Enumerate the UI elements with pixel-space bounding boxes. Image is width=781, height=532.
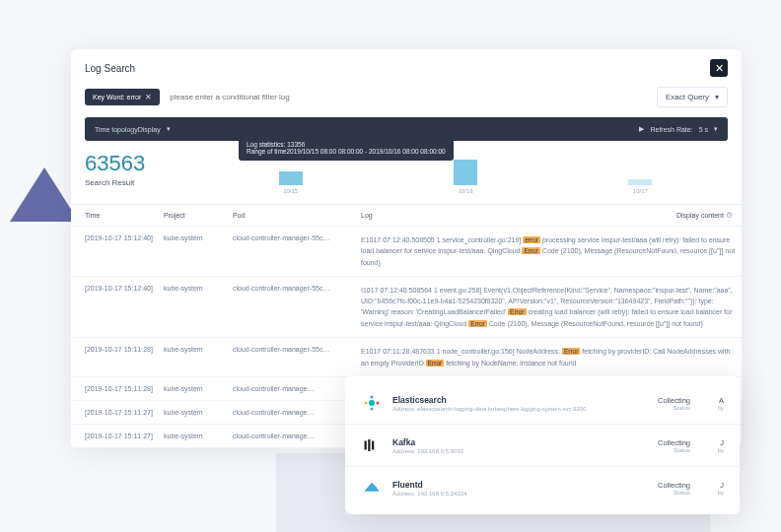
chevron-down-icon[interactable]: ▾	[714, 125, 718, 133]
bar-chart: 10/15 10/16 10/17	[203, 151, 728, 194]
service-status-label: Status	[658, 447, 690, 453]
cell-pod: cloud-controller-manage…	[229, 400, 357, 424]
bar-col[interactable]: 10/15	[271, 171, 311, 194]
cell-project: kube-system	[160, 276, 229, 337]
cell-time: [2019-10-17 15:11:27]	[71, 424, 160, 447]
decor-triangle	[10, 167, 79, 222]
gear-icon[interactable]: ⚙	[726, 211, 733, 220]
service-status-label: Status	[658, 490, 690, 496]
col-display[interactable]: Display content ⚙	[673, 205, 742, 227]
exact-query-dropdown[interactable]: Exact Query ▾	[657, 87, 728, 107]
service-row[interactable]: KafkaAddress: 192.168.0.5:9092Collecting…	[345, 425, 740, 467]
cell-time: [2019-10-17 15:11:28]	[71, 338, 160, 377]
service-meta-label: by	[704, 447, 724, 453]
titlebar: Log Search ✕	[71, 49, 742, 83]
service-name: Kafka	[392, 437, 658, 447]
service-name: Elasticsearch	[392, 395, 658, 405]
service-status-label: Status	[658, 405, 690, 411]
svg-rect-6	[368, 439, 370, 451]
service-address: Address: 192.168.0.5:9092	[392, 448, 658, 454]
close-button[interactable]: ✕	[710, 59, 728, 77]
time-topology-label: Time topologyDisplay	[95, 126, 161, 133]
services-card: ElasticsearchAddress: elasticsearch-logg…	[345, 376, 740, 514]
service-icon	[361, 392, 383, 414]
service-row[interactable]: FluentdAddress: 192.168.0.5:24224Collect…	[345, 467, 740, 508]
col-pod[interactable]: Pod	[229, 205, 357, 227]
cell-project: kube-system	[160, 338, 229, 377]
close-icon: ✕	[715, 62, 724, 75]
bar	[628, 179, 652, 185]
table-row[interactable]: [2019-10-17 15:12:40]kube-systemcloud-co…	[71, 227, 742, 277]
error-badge: Error	[562, 348, 580, 355]
service-meta: A	[704, 396, 724, 405]
window-title: Log Search	[85, 63, 135, 74]
cell-pod: cloud-controller-manager-55c…	[229, 227, 357, 277]
col-time[interactable]: Time	[71, 205, 160, 227]
time-toolbar: Time topologyDisplay ▾ ▶ Refresh Rate: 5…	[85, 117, 728, 141]
cell-pod: cloud-controller-manage…	[229, 424, 357, 447]
refresh-rate-label: Refresh Rate:	[650, 126, 692, 133]
bar	[279, 171, 303, 185]
cell-time: [2019-10-17 15:12:40]	[71, 227, 160, 277]
error-badge: Error	[522, 247, 539, 254]
svg-point-2	[377, 402, 380, 405]
service-meta-label: by	[704, 490, 724, 496]
service-address: Address: elasticsearch-logging-data.kube…	[392, 406, 658, 412]
search-result-label: Search Result	[85, 178, 203, 187]
tooltip-line1: Log statistics: 13356	[247, 141, 446, 148]
cell-pod: cloud-controller-manager-55c…	[229, 338, 357, 377]
service-meta: J	[704, 481, 724, 490]
col-log[interactable]: Log	[357, 205, 673, 227]
svg-point-4	[371, 408, 374, 411]
service-row[interactable]: ElasticsearchAddress: elasticsearch-logg…	[345, 382, 740, 425]
cell-log: E1017 07:12:40.508505 1 service_controll…	[357, 227, 742, 277]
filter-chip-keyword[interactable]: Key Word: error ✕	[85, 89, 160, 105]
col-project[interactable]: Project	[160, 205, 229, 227]
col-display-label: Display content	[676, 212, 724, 219]
cell-log: I1017 07:12:40.508564 1 event.go:258] Ev…	[357, 276, 742, 337]
service-icon	[361, 434, 383, 456]
error-badge: Error	[468, 320, 486, 327]
svg-point-3	[371, 396, 374, 399]
svg-point-0	[369, 400, 375, 406]
error-badge: Error	[426, 360, 444, 366]
filter-chip-label: Key Word: error	[93, 94, 141, 100]
service-meta: J	[704, 438, 724, 447]
table-header-row: Time Project Pod Log Display content ⚙	[71, 205, 742, 227]
service-status: Collecting	[658, 481, 690, 490]
table-row[interactable]: [2019-10-17 15:11:28]kube-systemcloud-co…	[71, 338, 742, 377]
cell-time: [2019-10-17 15:11:27]	[71, 400, 160, 424]
bar-label: 10/15	[283, 188, 298, 194]
cell-pod: cloud-controller-manage…	[229, 376, 357, 400]
play-icon[interactable]: ▶	[639, 125, 644, 133]
filter-row: Key Word: error ✕ Exact Query ▾	[71, 83, 742, 117]
cell-time: [2019-10-17 15:11:28]	[71, 376, 160, 400]
chevron-down-icon[interactable]: ▾	[167, 125, 171, 133]
cell-project: kube-system	[160, 227, 229, 277]
service-status: Collecting	[658, 396, 690, 405]
bar	[454, 160, 477, 185]
search-result-count: 63563	[85, 151, 203, 176]
cell-time: [2019-10-17 15:12:40]	[71, 276, 160, 337]
cell-pod: cloud-controller-manager-55c…	[229, 276, 357, 337]
bar-label: 10/17	[633, 188, 648, 194]
bar-col[interactable]: 10/16	[446, 160, 485, 194]
cell-project: kube-system	[160, 424, 229, 447]
svg-point-1	[365, 402, 368, 405]
service-name: Fluentd	[392, 480, 658, 490]
refresh-rate-value[interactable]: 5 s	[699, 126, 708, 133]
bar-col[interactable]: 10/17	[620, 179, 660, 194]
table-row[interactable]: [2019-10-17 15:12:40]kube-systemcloud-co…	[71, 276, 742, 337]
service-address: Address: 192.168.0.5:24224	[392, 491, 658, 497]
bar-label: 10/16	[458, 188, 472, 194]
service-status: Collecting	[658, 438, 690, 447]
exact-query-label: Exact Query	[666, 93, 709, 101]
filter-input[interactable]	[166, 89, 651, 105]
error-badge: error	[523, 236, 540, 243]
svg-rect-7	[372, 441, 374, 450]
chip-remove-icon[interactable]: ✕	[145, 93, 152, 101]
error-badge: Error	[508, 308, 526, 315]
cell-log: E1017 07:11:28.487633 1 node_controller.…	[357, 338, 742, 377]
cell-project: kube-system	[160, 400, 229, 424]
service-icon	[361, 477, 383, 499]
